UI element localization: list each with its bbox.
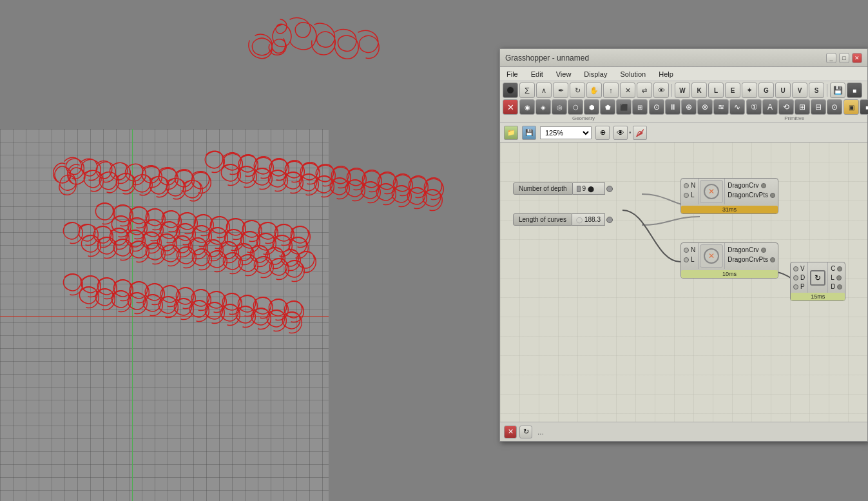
- slider-depth-value[interactable]: 9 ⬤: [573, 182, 605, 195]
- dragon-cross-symbol-1: ✕: [708, 187, 715, 196]
- save-file-btn[interactable]: 💾: [522, 126, 536, 140]
- toolbar-prim-2[interactable]: A: [762, 99, 778, 115]
- toolbar-w-btn[interactable]: W: [675, 83, 690, 98]
- wire-length-to-dragon1: [642, 217, 700, 225]
- folder-open-btn[interactable]: 📁: [504, 126, 518, 140]
- toolbar-mid-3[interactable]: ⊕: [681, 99, 697, 115]
- output-ports-right: C L D: [827, 262, 845, 293]
- slider-depth-node: Number of depth 9 ⬤: [513, 182, 613, 195]
- toolbar-prim-3[interactable]: ⟲: [778, 99, 794, 115]
- toolbar-geo-5[interactable]: ⬢: [584, 99, 599, 115]
- output-icon: ↻: [810, 270, 825, 286]
- toolbar-close-group: ✕: [503, 99, 518, 115]
- toolbar-orange-btn[interactable]: ▣: [844, 99, 859, 115]
- menu-file[interactable]: File: [504, 70, 521, 79]
- dragon-crv-label-2: DragonCrv: [728, 246, 758, 253]
- output-timing: 15ms: [791, 293, 845, 300]
- port-c-label: C: [831, 265, 835, 272]
- toolbar-e-btn[interactable]: E: [725, 83, 740, 98]
- toolbar-geo-1[interactable]: ◉: [519, 99, 535, 115]
- toolbar-close-btn[interactable]: ✕: [503, 99, 518, 115]
- toolbar-geo-2[interactable]: ◈: [535, 99, 551, 115]
- settings-btn[interactable]: 🌶: [633, 126, 647, 140]
- preview-sep: •: [629, 129, 632, 136]
- toolbar-geo-3[interactable]: ◎: [552, 99, 567, 115]
- toolbar-circle-btn[interactable]: [503, 83, 518, 98]
- toolbar-sep-1: [671, 84, 672, 97]
- zoom-select[interactable]: 125% 100% 75% 50%: [540, 126, 592, 139]
- toolbar-prim-6[interactable]: ⊙: [827, 99, 842, 115]
- bottom-refresh-btn[interactable]: ↻: [519, 426, 532, 438]
- toolbar-geo-6[interactable]: ⬟: [600, 99, 615, 115]
- toolbar-eye-btn[interactable]: 👁: [653, 83, 669, 98]
- output-icon-symbol: ↻: [815, 273, 821, 282]
- port-n-label-2: N: [691, 246, 695, 253]
- grasshopper-canvas[interactable]: Number of depth 9 ⬤ Length of curves ◯ 1…: [500, 142, 867, 422]
- toolbar-sigma-btn[interactable]: Σ: [519, 83, 535, 98]
- slider-length-value[interactable]: ◯ 188.3: [572, 213, 605, 226]
- menu-edit[interactable]: Edit: [528, 70, 546, 79]
- menu-view[interactable]: View: [554, 70, 574, 79]
- port-v-circle: [793, 266, 798, 271]
- toolbar-l-btn[interactable]: L: [708, 83, 724, 98]
- toolbar-k-btn[interactable]: K: [691, 83, 707, 98]
- toolbar-dark2-btn[interactable]: ■: [860, 99, 868, 115]
- toolbar-mid-4[interactable]: ⊗: [697, 99, 713, 115]
- toolbar-hand-btn[interactable]: ✋: [586, 83, 602, 98]
- slider-depth-track[interactable]: [577, 186, 581, 192]
- dragon-node-2-inner: N L ✕: [681, 243, 778, 269]
- window-title: Grasshopper - unnamed: [505, 54, 589, 63]
- toolbar-g-btn[interactable]: G: [758, 83, 774, 98]
- toolbar-geo-7[interactable]: ⬛: [616, 99, 632, 115]
- toolbar-geo-8[interactable]: ⊞: [632, 99, 648, 115]
- toolbar-dark-btn[interactable]: ■: [847, 83, 862, 98]
- menu-display[interactable]: Display: [581, 70, 610, 79]
- dragon-node-1-icon: ✕: [700, 180, 723, 203]
- toolbar-x-btn[interactable]: ✕: [620, 83, 635, 98]
- toolbar-mid-6[interactable]: ∿: [729, 99, 745, 115]
- toolbar-mid-1[interactable]: ⊙: [649, 99, 664, 115]
- toolbar-prim-1[interactable]: ①: [746, 99, 762, 115]
- dragon-icon-cross-1: ✕: [704, 184, 719, 199]
- menu-solution[interactable]: Solution: [617, 70, 648, 79]
- port-l-circle-2: [684, 257, 689, 262]
- fit-view-btn[interactable]: ⊕: [595, 126, 610, 140]
- output-port-l-right: L: [831, 273, 842, 282]
- maximize-button[interactable]: □: [839, 53, 849, 63]
- toolbar-v-btn[interactable]: V: [792, 83, 807, 98]
- dragon-icon-cross-2: ✕: [704, 248, 719, 264]
- toolbar-u-btn[interactable]: U: [775, 83, 791, 98]
- zoom-options: 👁 • 🌶: [613, 126, 647, 140]
- output-port-d: D: [793, 273, 805, 282]
- toolbar-s-btn[interactable]: S: [809, 83, 824, 98]
- dragon-node-1-port-n: N: [684, 181, 695, 190]
- toolbar-refresh-btn[interactable]: ↻: [570, 83, 585, 98]
- port-dragoncrvpts-circle-1: [770, 193, 775, 198]
- bottom-x-btn[interactable]: ✕: [504, 426, 517, 438]
- toolbar-pen-btn[interactable]: ✒: [553, 83, 568, 98]
- port-n-circle-1: [684, 183, 689, 188]
- toolbar-mid-section: ⊙ ⏸ ⊕ ⊗ ≋ ∿: [649, 99, 745, 121]
- dragon-node-2-port-n: N: [684, 246, 695, 254]
- title-bar: Grasshopper - unnamed _ □ ✕: [500, 49, 867, 67]
- toolbar-geo-4[interactable]: ⬡: [568, 99, 583, 115]
- toolbar-save-btn[interactable]: 💾: [830, 83, 845, 98]
- right-label: [858, 115, 860, 121]
- toolbar-prim-5[interactable]: ⊟: [811, 99, 826, 115]
- toolbar-lambda-btn[interactable]: ∧: [536, 83, 552, 98]
- toolbar-swap-btn[interactable]: ⇄: [637, 83, 652, 98]
- slider-length-number: 188.3: [584, 216, 601, 223]
- toolbar-mid-2[interactable]: ⏸: [665, 99, 680, 115]
- toolbar-row-2: ✕ ◉ ◈ ◎ ⬡ ⬢ ⬟ ⬛ ⊞ Geometry ⊙: [503, 99, 865, 121]
- menu-help[interactable]: Help: [656, 70, 676, 79]
- toolbar-mid-5[interactable]: ≋: [713, 99, 729, 115]
- slider-length-node: Length of curves ◯ 188.3: [513, 213, 613, 226]
- preview-btn[interactable]: 👁: [613, 126, 628, 140]
- toolbar-arrow-btn[interactable]: ↑: [603, 83, 619, 98]
- toolbar-star-btn[interactable]: ✦: [742, 83, 757, 98]
- toolbar-prim-4[interactable]: ⊞: [795, 99, 810, 115]
- dragon-node-2-icon: ✕: [700, 244, 723, 268]
- port-dragoncrv-circle-1: [761, 183, 766, 188]
- minimize-button[interactable]: _: [826, 53, 836, 63]
- close-button[interactable]: ✕: [852, 53, 862, 63]
